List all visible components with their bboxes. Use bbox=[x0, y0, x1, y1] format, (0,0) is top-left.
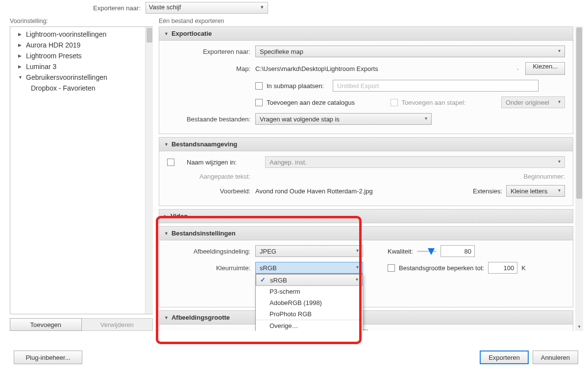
filename-example: Avond rond Oude Haven Rotterdam-2.jpg bbox=[255, 187, 373, 195]
export-to-label: Exporteren naar: bbox=[93, 4, 141, 12]
chevron-down-icon: ▼ bbox=[164, 231, 169, 236]
chevron-right-icon bbox=[18, 32, 23, 37]
extension-case-select[interactable]: Kleine letters bbox=[506, 185, 565, 197]
chevron-down-icon bbox=[18, 75, 23, 80]
export-to-value: Vaste schijf bbox=[149, 3, 181, 11]
rename-template-select: Aangep. inst. bbox=[265, 156, 565, 168]
export-target-select[interactable]: Specifieke map bbox=[255, 46, 565, 57]
panel-naming: ▼ Bestandsnaamgeving ✓ Naam wijzigen in:… bbox=[159, 137, 573, 206]
chevron-down-icon: ▼ bbox=[164, 315, 169, 320]
panel-file-settings: ▼ Bestandsinstellingen Afbeeldingsindeli… bbox=[159, 226, 573, 307]
panel-header[interactable]: ▼ Bestandsinstellingen bbox=[159, 227, 573, 240]
existing-files-select[interactable]: Vragen wat volgende stap is bbox=[255, 113, 432, 125]
chevron-right-icon: ▶ bbox=[164, 214, 168, 219]
preset-item[interactable]: Gebruikersvoorinstellingen bbox=[10, 72, 153, 83]
rename-checkbox[interactable]: ✓ bbox=[167, 159, 174, 166]
preset-item[interactable]: Lightroom Presets bbox=[10, 50, 153, 61]
panel-header[interactable]: ▶ Video bbox=[159, 210, 573, 223]
stack-position-select: Onder origineel bbox=[501, 96, 565, 108]
image-format-select[interactable]: JPEG bbox=[255, 245, 363, 257]
panel-header[interactable]: ▼ Bestandsnaamgeving bbox=[159, 138, 573, 151]
chevron-right-icon bbox=[18, 64, 23, 69]
dropdown-option[interactable]: P3-scherm bbox=[256, 286, 363, 297]
dropdown-option[interactable]: Overige… bbox=[256, 320, 363, 331]
chevron-right-icon bbox=[18, 43, 23, 47]
add-preset-button[interactable]: Toevoegen bbox=[10, 318, 82, 331]
preset-scrollbar[interactable] bbox=[145, 27, 153, 314]
map-path: C:\Users\markd\Desktop\Lightroom Exports bbox=[255, 65, 510, 72]
dropdown-option[interactable]: AdobeRGB (1998) bbox=[256, 297, 363, 308]
export-button[interactable]: Exporteren bbox=[480, 351, 529, 364]
map-menu-dot[interactable]: · bbox=[514, 65, 522, 72]
preset-item[interactable]: Lightroom-voorinstellingen bbox=[10, 29, 153, 40]
panel-export-location: ▼ Exportlocatie Exporteren naar: Specifi… bbox=[159, 26, 573, 134]
remove-preset-button: Verwijderen bbox=[82, 318, 153, 331]
colorspace-dropdown: sRGB P3-scherm AdobeRGB (1998) ProPhoto … bbox=[255, 274, 363, 331]
chevron-right-icon bbox=[18, 53, 23, 58]
preset-item[interactable]: Luminar 3 bbox=[10, 61, 153, 72]
preset-list: Lightroom-voorinstellingen Aurora HDR 20… bbox=[10, 26, 153, 314]
panels-scrollbar[interactable]: ▾ bbox=[575, 26, 583, 331]
panel-image-size: ▼ Afbeeldingsgrootte ✓ Passend maken: ✓ … bbox=[159, 310, 573, 331]
preset-heading: Voorinstelling: bbox=[10, 18, 153, 24]
scroll-down-icon[interactable]: ▾ bbox=[576, 323, 582, 330]
preset-item[interactable]: Dropbox - Favorieten bbox=[10, 83, 153, 94]
export-to-select[interactable]: Vaste schijf bbox=[146, 2, 268, 14]
add-stack-checkbox: ✓ bbox=[391, 99, 398, 106]
chevron-down-icon: ▼ bbox=[164, 31, 169, 36]
subfolder-checkbox[interactable]: ✓ bbox=[255, 82, 263, 90]
export-heading: Eén bestand exporteren bbox=[159, 18, 583, 24]
quality-input[interactable]: 80 bbox=[441, 245, 475, 257]
panel-header[interactable]: ▼ Afbeeldingsgrootte bbox=[159, 311, 573, 325]
choose-folder-button[interactable]: Kiezen... bbox=[525, 62, 565, 75]
panel-video: ▶ Video bbox=[159, 209, 573, 223]
dropdown-option[interactable]: sRGB bbox=[256, 274, 363, 286]
preset-item[interactable]: Aurora HDR 2019 bbox=[10, 40, 153, 50]
subfolder-input[interactable]: Untitled Export bbox=[333, 80, 539, 92]
dropdown-option[interactable]: ProPhoto RGB bbox=[256, 308, 363, 320]
colorspace-select[interactable]: sRGB bbox=[255, 262, 363, 274]
quality-slider[interactable] bbox=[417, 247, 437, 255]
limit-size-checkbox[interactable]: ✓ bbox=[388, 264, 395, 272]
plugin-manager-button[interactable]: Plug-inbeheer... bbox=[14, 351, 82, 364]
limit-size-input[interactable]: 100 bbox=[488, 262, 517, 274]
add-catalog-checkbox[interactable]: ✓ bbox=[255, 99, 263, 106]
chevron-down-icon: ▼ bbox=[164, 142, 169, 147]
panel-header[interactable]: ▼ Exportlocatie bbox=[159, 27, 573, 41]
cancel-button[interactable]: Annuleren bbox=[533, 351, 578, 364]
